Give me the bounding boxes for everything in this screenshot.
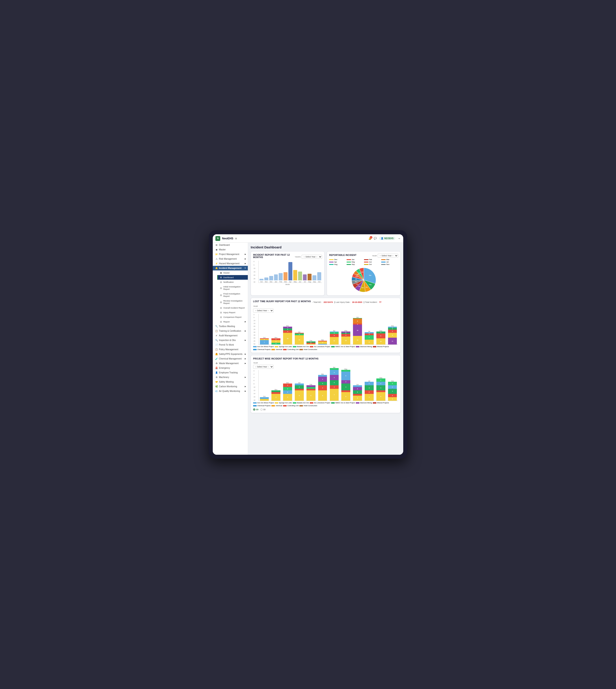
sidebar-item-chemical[interactable]: 🧪 Chemical Management ▶ [213, 356, 248, 361]
sidebar-item-hazard[interactable]: ⚡ Hazard Management ▶ [213, 261, 248, 266]
pie-label-Aug: Aug [369, 284, 372, 285]
proj-legend-color [293, 402, 296, 404]
bar-May [293, 270, 297, 280]
safety-meeting-icon: 🤝 [215, 381, 218, 383]
lti-legend-item-Iron Ore Mines Project: Iron Ore Mines Project [253, 346, 274, 348]
sidebar-item-project-management[interactable]: 📁 Project Management ▶ [213, 252, 248, 257]
proj-segment: 3 [318, 377, 327, 382]
proj-legend-item-Diamond Mining: Diamond Mining [356, 402, 372, 404]
proj-bar-group-Sep: 22322Sep [387, 380, 398, 401]
proj-legend-text: Mineral Projects [377, 402, 389, 404]
sidebar-item-inspection[interactable]: 🔍 Inspection & Obs ▶ [213, 338, 248, 342]
logout-icon[interactable]: → [397, 237, 401, 240]
sidebar-item-overall-incident[interactable]: ◎ Overall Incident Report [217, 306, 248, 310]
ri-label-Jan: Jan [352, 259, 354, 261]
user-badge[interactable]: 👤 NEOEHS [379, 237, 395, 240]
lti-segment: 4 [271, 340, 281, 342]
notification-icon-container[interactable]: 🔔 2 [368, 237, 372, 240]
proj-segment [295, 383, 304, 385]
lti-y-axis: 50454035302520151050 [254, 314, 255, 345]
lti-legend-item-Controlling Unit: Controlling Unit [283, 349, 299, 351]
ri-legend-item-Jan: Jan [347, 259, 364, 261]
sidebar-label-training: Training & Certification [219, 330, 241, 332]
sidebar-item-training[interactable]: 📋 Training & Certification ▶ [213, 329, 248, 333]
sidebar-label-incident: Incident Management [219, 267, 241, 269]
reportable-year-select[interactable]: -- Select Year -- [378, 254, 398, 258]
lti-bar-group-Apr: 1253Apr [329, 330, 339, 344]
sidebar-item-policy[interactable]: 📋 Policy Management [213, 347, 248, 352]
proj-legend-color [271, 405, 275, 406]
sidebar-item-initial-investigation[interactable]: ◎ Initial Investigation Report [217, 284, 248, 291]
sidebar-item-risk[interactable]: ⚠ Risk Management ▶ [213, 257, 248, 261]
sidebar-label-injury: Injury Report [223, 311, 235, 314]
sidebar-item-review-investigation[interactable]: ◎ Review Investigation Report [217, 298, 248, 306]
sidebar-item-report[interactable]: ◎ Report ▶ [217, 319, 248, 324]
sidebar-item-air-quality[interactable]: 💨 Air Quality Monitoring ▶ [213, 389, 248, 394]
ri-label-Mar: Mar [386, 259, 389, 261]
sidebar-item-inc-dashboard[interactable]: ⊞ Dashboard [217, 275, 248, 280]
sidebar-item-master[interactable]: ◉ Master [213, 247, 248, 252]
sidebar-label-review-inv: Review Investigation Report [223, 299, 246, 304]
sidebar-item-injury-report[interactable]: ◎ Injury Report [217, 310, 248, 315]
label-3d: 3D [263, 408, 266, 410]
proj-segment: 7 [330, 389, 339, 401]
incident-y-axis: 302520151050 [254, 261, 255, 283]
proj-segment: 2 [341, 380, 350, 384]
sidebar-item-emergency[interactable]: 🚨 Emergency [213, 366, 248, 370]
proj-segment: 6 [318, 390, 327, 401]
bar-Mar [284, 272, 287, 280]
lti-bar-label-Aug: Aug [379, 330, 382, 332]
proj-legend-item-chemical: chemical [271, 405, 282, 407]
bar-label-Oct: Oct [260, 281, 263, 283]
sidebar-label-overall-inc: Overall Incident Report [223, 307, 245, 309]
sidebar-item-carbon[interactable]: 🌿 Carbon Monitoring ▶ [213, 384, 248, 389]
pie-label-Dec: Dec [361, 287, 364, 288]
sidebar-item-permit[interactable]: 📄 Permit To Work [213, 342, 248, 347]
sidebar-label-notif: Notification [223, 281, 234, 283]
proj-segment: 2 [295, 385, 304, 389]
project-year-select[interactable]: -- Select Year -- [253, 365, 273, 369]
bar-label-Sep: Sep [313, 281, 316, 283]
sidebar-item-employee-tracking[interactable]: 👤 Employee Tracking [213, 370, 248, 375]
lti-segment: 3 [283, 327, 292, 328]
proj-legend-text: Controlling Unit [287, 405, 299, 407]
sidebar-item-inc-master[interactable]: ◉ Master [217, 270, 248, 275]
proj-bar-group-Jun: 322Jun [352, 383, 363, 401]
incident-year-select[interactable]: -- Select Year -- [302, 255, 322, 259]
sidebar-item-comparison-report[interactable]: ◎ Comparison Report [217, 315, 248, 319]
proj-bar-group-Dec: 4222Dec [282, 381, 293, 401]
lti-mc-value: 222 DAYS [324, 301, 333, 303]
sidebar-item-toolbox[interactable]: 🔧 Toolbox Meeting [213, 324, 248, 329]
hamburger-icon[interactable]: ≡ [235, 237, 237, 240]
ri-label-Aug: Aug [334, 263, 337, 265]
proj-segment: 3 [365, 385, 374, 390]
proj-legend-text: Hotel Construction [304, 405, 317, 407]
sidebar-item-notification[interactable]: ◎ Notification [217, 280, 248, 284]
lti-year-select[interactable]: -- Select Year -- [253, 309, 273, 313]
sidebar-item-waste[interactable]: ♻ Waste Management ▶ [213, 361, 248, 366]
lti-legend-item-Hotel Construction: Hotel Construction [300, 349, 317, 351]
lti-bar-label-Jun: Jun [356, 316, 359, 318]
proj-segment [260, 397, 269, 399]
sidebar-item-safety-ppe[interactable]: 🦺 Safety/PPE Equipments ▶ [213, 352, 248, 356]
toggle-3d-btn[interactable]: 3D [260, 408, 266, 410]
sidebar-item-dashboard[interactable]: ⊞ Dashboard [213, 243, 248, 247]
project-year-label: YEAR [253, 362, 258, 364]
proj-segment: 2 [353, 390, 362, 394]
sidebar-item-machinery[interactable]: ⚙ Machinery ▶ [213, 375, 248, 380]
ri-color-Jan [347, 259, 351, 260]
proj-bar-label-Mar: Mar [321, 373, 324, 375]
proj-legend-text: Sponge Iron units [279, 402, 292, 404]
sidebar-item-incident-management[interactable]: 🔔 Incident Management ▼ [213, 266, 248, 270]
reportable-incident-panel: REPORTABLE INCIDENT YEAR -- Select Year … [327, 251, 401, 295]
arrow-icon: ▶ [245, 339, 246, 341]
project-legend: Iron Ore Mines ProjectSponge Iron unitsB… [253, 402, 398, 407]
sidebar-item-safety-meeting[interactable]: 🤝 Safety Meeting [213, 380, 248, 384]
lti-segment: 3 [388, 328, 397, 330]
sidebar-item-final-investigation[interactable]: ◎ Final Investigation Report [217, 291, 248, 298]
toggle-2d-btn[interactable]: 2D [253, 408, 259, 410]
message-icon-container[interactable]: 💬 [374, 237, 377, 240]
bar-Feb [279, 273, 283, 280]
sidebar-item-audit[interactable]: ✔ Audit Management [213, 333, 248, 338]
ri-color-Jun [364, 262, 368, 263]
